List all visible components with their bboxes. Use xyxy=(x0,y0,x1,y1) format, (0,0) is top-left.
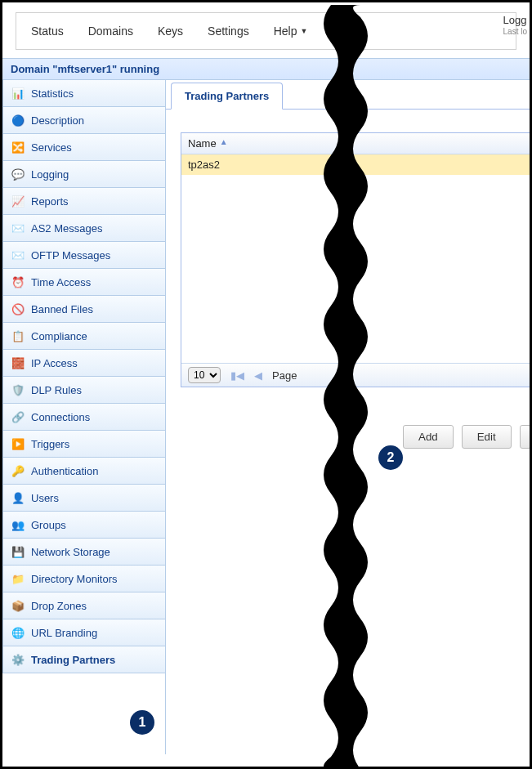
main-area: 📊Statistics 🔵Description 🔀Services 💬Logg… xyxy=(2,80,530,754)
reports-icon: 📈 xyxy=(11,194,25,208)
nav-help-label: Help xyxy=(274,25,297,38)
nav-help[interactable]: Help ▼ xyxy=(274,25,308,38)
annotation-1: 1 xyxy=(130,710,154,735)
sidebar-item-connections[interactable]: 🔗Connections xyxy=(2,404,165,431)
pager-first-icon[interactable]: ▮◀ xyxy=(230,369,244,382)
sidebar-item-label: Services xyxy=(31,141,72,154)
sidebar-item-label: Banned Files xyxy=(31,303,93,315)
auth-icon: 🔑 xyxy=(11,464,25,477)
sidebar-item-triggers[interactable]: ▶️Triggers xyxy=(2,431,165,458)
triggers-icon: ▶️ xyxy=(11,437,25,450)
login-info: Logg Last lo xyxy=(503,14,527,37)
dirmon-icon: 📁 xyxy=(11,572,25,585)
domain-heading: Domain "mftserver1" running xyxy=(2,58,530,80)
sidebar-item-oftp-messages[interactable]: ✉️OFTP Messages xyxy=(2,242,165,269)
sidebar-item-label: Drop Zones xyxy=(31,600,87,612)
top-nav: Status Domains Keys Settings Help ▼ xyxy=(16,12,516,50)
sidebar-item-banned-files[interactable]: 🚫Banned Files xyxy=(2,296,165,323)
dropzone-icon: 📦 xyxy=(11,599,25,612)
description-icon: 🔵 xyxy=(11,114,25,127)
nav-keys[interactable]: Keys xyxy=(158,25,183,38)
page-size-select[interactable]: 10 xyxy=(188,367,221,383)
banned-icon: 🚫 xyxy=(11,302,25,315)
nav-status[interactable]: Status xyxy=(31,25,64,38)
sidebar-item-authentication[interactable]: 🔑Authentication xyxy=(2,458,165,485)
time-icon: ⏰ xyxy=(11,275,25,288)
pager-prev-icon[interactable]: ◀ xyxy=(254,369,262,382)
tab-bar: Trading Partners xyxy=(166,82,531,110)
content-panel: Trading Partners Name ▲ tp2as2 10 ▮◀ ◀ P… xyxy=(166,80,531,754)
sidebar-item-label: Triggers xyxy=(31,438,69,450)
extra-button[interactable] xyxy=(520,425,531,449)
sort-asc-icon: ▲ xyxy=(220,137,228,150)
sidebar-item-label: Logging xyxy=(31,168,69,181)
sidebar-item-label: AS2 Messages xyxy=(31,222,102,235)
sidebar-item-statistics[interactable]: 📊Statistics xyxy=(2,80,165,107)
sidebar-item-label: Authentication xyxy=(31,465,98,477)
col-name-header: Name xyxy=(188,137,217,150)
sidebar-item-ip-access[interactable]: 🧱IP Access xyxy=(2,350,165,377)
sidebar-item-label: URL Branding xyxy=(31,627,97,639)
services-icon: 🔀 xyxy=(11,141,25,154)
sidebar-item-label: Description xyxy=(31,114,84,127)
sidebar-item-trading-partners[interactable]: ⚙️Trading Partners xyxy=(2,646,165,673)
dlp-icon: 🛡️ xyxy=(11,383,25,396)
sidebar-item-label: Directory Monitors xyxy=(31,573,117,585)
annotation-2: 2 xyxy=(378,445,403,470)
oftp-icon: ✉️ xyxy=(11,248,25,262)
table-row[interactable]: tp2as2 xyxy=(181,154,530,175)
sidebar-item-label: Groups xyxy=(31,519,66,531)
storage-icon: 💾 xyxy=(11,545,25,558)
sidebar-item-label: Compliance xyxy=(31,330,87,342)
compliance-icon: 📋 xyxy=(11,329,25,342)
sidebar-item-label: IP Access xyxy=(31,357,78,369)
partners-grid: Name ▲ tp2as2 10 ▮◀ ◀ Page xyxy=(181,132,531,387)
connections-icon: 🔗 xyxy=(11,410,25,423)
sidebar-item-description[interactable]: 🔵Description xyxy=(2,107,165,134)
sidebar-item-groups[interactable]: 👥Groups xyxy=(2,512,165,539)
sidebar-item-url-branding[interactable]: 🌐URL Branding xyxy=(2,619,165,646)
sidebar-item-services[interactable]: 🔀Services xyxy=(2,134,165,161)
sidebar-item-label: Reports xyxy=(31,195,69,208)
sidebar-item-label: DLP Rules xyxy=(31,384,82,396)
sidebar-item-dlp-rules[interactable]: 🛡️DLP Rules xyxy=(2,377,165,404)
grid-empty-area xyxy=(181,175,530,363)
sidebar-item-users[interactable]: 👤Users xyxy=(2,485,165,512)
as2-icon: ✉️ xyxy=(11,221,25,235)
add-button[interactable]: Add xyxy=(403,425,454,449)
groups-icon: 👥 xyxy=(11,518,25,531)
sidebar: 📊Statistics 🔵Description 🔀Services 💬Logg… xyxy=(2,80,166,754)
url-icon: 🌐 xyxy=(11,626,25,639)
sidebar-item-label: Network Storage xyxy=(31,546,110,558)
sidebar-item-label: Connections xyxy=(31,411,90,423)
users-icon: 👤 xyxy=(11,491,25,504)
statistics-icon: 📊 xyxy=(11,87,25,100)
nav-settings[interactable]: Settings xyxy=(208,25,249,38)
grid-header[interactable]: Name ▲ xyxy=(181,133,530,154)
sidebar-item-logging[interactable]: 💬Logging xyxy=(2,161,165,188)
sidebar-item-compliance[interactable]: 📋Compliance xyxy=(2,323,165,350)
action-buttons: Add Edit xyxy=(166,425,531,449)
trading-partners-icon: ⚙️ xyxy=(11,653,25,666)
edit-button[interactable]: Edit xyxy=(462,425,512,449)
tab-trading-partners[interactable]: Trading Partners xyxy=(171,83,283,110)
chevron-down-icon: ▼ xyxy=(300,27,307,35)
login-line1: Logg xyxy=(503,14,527,27)
sidebar-item-time-access[interactable]: ⏰Time Access xyxy=(2,269,165,296)
sidebar-item-label: Time Access xyxy=(31,276,91,288)
sidebar-item-directory-monitors[interactable]: 📁Directory Monitors xyxy=(2,566,165,592)
sidebar-item-label: OFTP Messages xyxy=(31,249,110,262)
ip-icon: 🧱 xyxy=(11,356,25,369)
grid-footer: 10 ▮◀ ◀ Page xyxy=(181,363,530,387)
nav-domains[interactable]: Domains xyxy=(88,25,133,38)
login-line2: Last lo xyxy=(503,27,527,37)
sidebar-item-network-storage[interactable]: 💾Network Storage xyxy=(2,539,165,566)
logging-icon: 💬 xyxy=(11,168,25,181)
sidebar-item-drop-zones[interactable]: 📦Drop Zones xyxy=(2,592,165,619)
sidebar-item-label: Statistics xyxy=(31,87,74,100)
sidebar-item-label: Users xyxy=(31,492,59,504)
sidebar-item-reports[interactable]: 📈Reports xyxy=(2,188,165,215)
page-label: Page xyxy=(272,369,297,382)
sidebar-item-label: Trading Partners xyxy=(31,654,115,666)
sidebar-item-as2-messages[interactable]: ✉️AS2 Messages xyxy=(2,215,165,242)
